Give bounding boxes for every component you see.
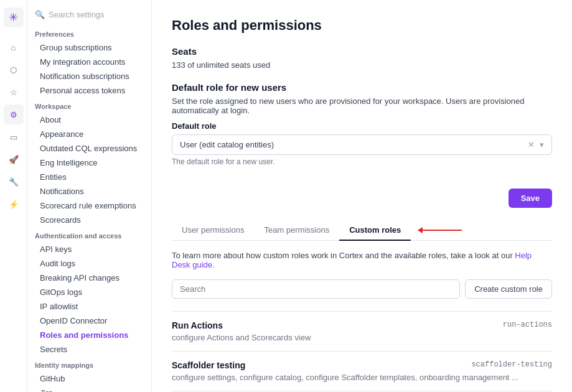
home-icon[interactable]: ⌂	[4, 37, 24, 57]
role-item-run-actions: Run Actions run-actions configure Action…	[172, 311, 552, 351]
role-tag: scaffolder-testing	[471, 360, 552, 369]
rocket-icon[interactable]: 🚀	[4, 149, 24, 169]
role-name: Scaffolder testing	[172, 360, 245, 370]
section-identity-mappings: Identity mappings	[27, 357, 151, 371]
default-role-title: Default role for new users	[172, 82, 552, 93]
seats-title: Seats	[172, 46, 552, 57]
wrench-icon[interactable]: 🔧	[4, 172, 24, 192]
sidebar-item-about[interactable]: About	[27, 113, 151, 127]
sidebar-item-gitops-logs[interactable]: GitOps logs	[27, 285, 151, 299]
sidebar-item-appearance[interactable]: Appearance	[27, 127, 151, 141]
sidebar-item-notifications[interactable]: Notifications	[27, 184, 151, 198]
main-content: Roles and permissions Seats 133 of unlim…	[152, 0, 572, 392]
role-description: configure settings, configure catalog, c…	[172, 373, 552, 382]
select-icons: ✕ ▾	[528, 140, 544, 149]
sidebar: 🔍 Search settings Preferences Group subs…	[27, 0, 152, 392]
tab-arrow-indicator	[416, 230, 462, 231]
sidebar-item-secrets[interactable]: Secrets	[27, 342, 151, 357]
star-icon[interactable]: ☆	[4, 82, 24, 102]
tab-team-permissions[interactable]: Team permissions	[254, 220, 339, 241]
tabs-bar: User permissions Team permissions Custom…	[172, 220, 552, 241]
search-label: Search settings	[49, 10, 105, 19]
select-value: User (edit catalog entities)	[180, 140, 528, 149]
page-title: Roles and permissions	[172, 17, 552, 34]
gear-icon[interactable]: ⚙	[4, 105, 24, 124]
sidebar-item-jira[interactable]: Jira	[27, 386, 151, 392]
lightning-icon[interactable]: ⚡	[4, 194, 24, 214]
role-item-header: Scaffolder testing scaffolder-testing	[172, 360, 552, 370]
default-role-section: Default role for new users Set the role …	[172, 82, 552, 166]
sidebar-item-group-subscriptions[interactable]: Group subscriptions	[27, 40, 151, 55]
sidebar-item-github[interactable]: GitHub	[27, 371, 151, 386]
role-item-header: Run Actions run-actions	[172, 320, 552, 330]
default-role-description: Set the role assigned to new users who a…	[172, 96, 552, 115]
chevron-down-icon[interactable]: ▾	[540, 140, 544, 149]
default-role-select[interactable]: User (edit catalog entities) ✕ ▾	[172, 134, 552, 155]
role-description: configure Actions and Scorecards view	[172, 333, 552, 342]
role-item-scaffolder-testing: Scaffolder testing scaffolder-testing co…	[172, 351, 552, 391]
sidebar-item-api-keys[interactable]: API keys	[27, 242, 151, 256]
sidebar-item-outdated-cql[interactable]: Outdated CQL expressions	[27, 141, 151, 156]
section-auth-access: Authentication and access	[27, 227, 151, 242]
clear-icon[interactable]: ✕	[528, 140, 535, 149]
select-helper-text: The default role for a new user.	[172, 157, 552, 166]
box-icon[interactable]: ⬡	[4, 60, 24, 80]
section-preferences: Preferences	[27, 26, 151, 40]
sidebar-item-personal-access-tokens[interactable]: Personal access tokens	[27, 83, 151, 98]
sidebar-item-scorecards[interactable]: Scorecards	[27, 213, 151, 227]
sidebar-search[interactable]: 🔍 Search settings	[27, 7, 151, 26]
sidebar-item-audit-logs[interactable]: Audit logs	[27, 256, 151, 271]
save-button[interactable]: Save	[509, 189, 552, 208]
sidebar-item-roles-permissions[interactable]: Roles and permissions	[27, 328, 151, 342]
role-tag: run-actions	[503, 320, 552, 329]
sidebar-item-breaking-api-changes[interactable]: Breaking API changes	[27, 271, 151, 285]
document-icon[interactable]: ▭	[4, 127, 24, 147]
sidebar-item-notification-subscriptions[interactable]: Notification subscriptions	[27, 69, 151, 83]
sidebar-item-scorecard-rule-exemptions[interactable]: Scorecard rule exemptions	[27, 198, 151, 213]
seats-count: 133 of unlimited seats used	[172, 60, 552, 70]
sidebar-item-entities[interactable]: Entities	[27, 170, 151, 184]
search-create-row: Create custom role	[172, 279, 552, 299]
seats-section: Seats 133 of unlimited seats used	[172, 46, 552, 70]
search-input[interactable]	[172, 279, 460, 299]
sidebar-item-ip-allowlist[interactable]: IP allowlist	[27, 299, 151, 314]
create-custom-role-button[interactable]: Create custom role	[465, 279, 552, 299]
logo-icon[interactable]: ✳	[4, 7, 24, 27]
tab-user-permissions[interactable]: User permissions	[172, 220, 254, 241]
role-name: Run Actions	[172, 320, 223, 330]
search-icon: 🔍	[35, 10, 45, 19]
icon-bar: ✳ ⌂ ⬡ ☆ ⚙ ▭ 🚀 🔧 ⚡	[0, 0, 27, 392]
custom-roles-info: To learn more about how custom roles wor…	[172, 251, 552, 269]
sidebar-item-eng-intelligence[interactable]: Eng Intelligence	[27, 156, 151, 170]
sidebar-item-my-integration-accounts[interactable]: My integration accounts	[27, 55, 151, 69]
tab-custom-roles[interactable]: Custom roles	[339, 220, 411, 241]
section-workspace: Workspace	[27, 98, 151, 113]
roles-list: Run Actions run-actions configure Action…	[172, 311, 552, 392]
default-role-field-label: Default role	[172, 121, 552, 131]
sidebar-item-openid-connector[interactable]: OpenID Connector	[27, 314, 151, 328]
